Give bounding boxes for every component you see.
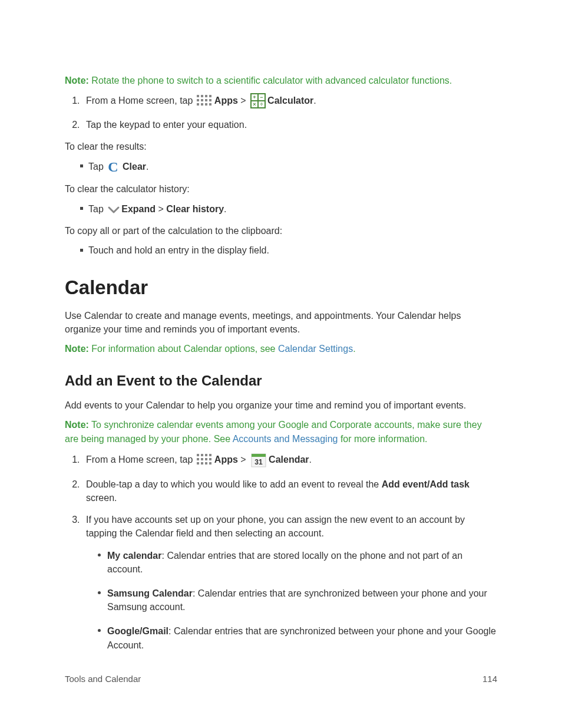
svg-text:−: − [260,94,263,100]
separator: > [156,204,166,214]
add-event-intro: Add events to your Calendar to help you … [65,398,497,412]
apps-grid-icon [196,453,214,466]
period: . [146,162,148,172]
note-text-after: for more information. [338,434,427,444]
note-calendar-info: Note: For information about Calendar opt… [65,342,497,355]
note-text: For information about Calendar options, … [89,344,278,354]
svg-rect-20 [201,454,203,456]
svg-rect-3 [209,95,211,97]
expand-down-icon [107,205,120,214]
clear-c-icon: C [108,160,118,174]
expand-label: Expand [121,204,156,214]
svg-rect-4 [197,99,199,101]
svg-text:×: × [253,101,256,107]
list-item: Tap C Clear. [80,160,497,174]
step-text: Double-tap a day to which you would like… [86,479,382,489]
add-event-steps: From a Home screen, tap Apps > 31Calenda… [65,452,497,652]
add-event-heading: Add an Event to the Calendar [65,371,497,391]
svg-rect-0 [197,95,199,97]
clear-history-list: Tap Expand > Clear history. [65,202,497,216]
note-text: Rotate the phone to switch to a scientif… [89,75,452,85]
apps-grid-icon [196,94,214,107]
calculator-label: Calculator [267,95,313,106]
account-name: Samsung Calendar [107,588,193,598]
note-rotate: Note: Rotate the phone to switch to a sc… [65,74,497,87]
account-name: Google/Gmail [107,626,168,636]
calendar-settings-link[interactable]: Calendar Settings [278,344,353,354]
svg-rect-22 [209,454,211,456]
calendar-heading: Calendar [65,274,497,302]
note-text-after: . [353,344,355,354]
step-text: Tap the keypad to enter your equation. [86,120,247,130]
page-footer: Tools and Calendar 114 [65,673,497,686]
footer-section: Tools and Calendar [65,673,141,686]
period: . [309,454,312,465]
svg-rect-27 [197,462,199,465]
copy-calc-list: Touch and hold an entry in the display f… [65,243,497,257]
svg-rect-26 [209,458,211,460]
add-event-task-label: Add event/Add task [382,479,470,489]
list-item: Touch and hold an entry in the display f… [80,243,497,257]
period: . [313,95,316,106]
bullet-text: Touch and hold an entry in the display f… [88,245,269,255]
clear-results-intro: To clear the results: [65,140,497,153]
note-label: Note: [65,75,89,85]
step-text-suffix: screen. [86,493,117,503]
svg-rect-11 [209,103,211,106]
separator: > [238,454,249,465]
accounts-list: My calendar: Calendar entries that are s… [86,549,497,652]
step-text: From a Home screen, tap [86,95,196,106]
list-item: From a Home screen, tap Apps > 31Calenda… [82,452,497,469]
list-item: Double-tap a day to which you would like… [82,477,497,505]
clear-history-label: Clear history [166,204,224,214]
svg-rect-30 [209,462,211,465]
apps-label: Apps [214,454,238,465]
list-item: My calendar: Calendar entries that are s… [98,549,497,576]
list-item: From a Home screen, tap Apps > +−×÷Calcu… [82,93,497,110]
step-text: From a Home screen, tap [86,454,196,465]
svg-rect-24 [201,458,203,460]
footer-page-number: 114 [482,673,497,686]
tap-text: Tap [88,204,106,214]
svg-rect-19 [197,454,199,456]
copy-calc-intro: To copy all or part of the calculation t… [65,224,497,238]
calculator-steps: From a Home screen, tap Apps > +−×÷Calcu… [65,93,497,131]
calculator-icon: +−×÷ [250,93,266,108]
clear-results-list: Tap C Clear. [65,160,497,174]
svg-rect-32 [252,454,266,457]
list-item: If you have accounts set up on your phon… [82,513,497,652]
list-item: Tap Expand > Clear history. [80,202,497,216]
calendar-label: Calendar [269,454,309,465]
svg-text:31: 31 [254,458,263,466]
svg-text:+: + [253,94,256,100]
calendar-intro: Use Calendar to create and manage events… [65,309,497,336]
svg-rect-5 [201,99,203,101]
svg-rect-1 [201,95,203,97]
step-text: If you have accounts set up on your phon… [86,515,465,538]
svg-rect-9 [201,103,203,106]
note-sync: Note: To synchronize calendar events amo… [65,418,497,445]
calendar-icon: 31 [250,452,267,468]
accounts-messaging-link[interactable]: Accounts and Messaging [233,434,338,444]
list-item: Samsung Calendar: Calendar entries that … [98,587,497,614]
svg-rect-2 [205,95,207,97]
svg-rect-28 [201,462,203,465]
separator: > [238,95,249,106]
svg-rect-10 [205,103,207,106]
note-label: Note: [65,420,89,430]
svg-rect-29 [205,462,207,465]
svg-rect-7 [209,99,211,101]
clear-history-intro: To clear the calculator history: [65,182,497,196]
svg-text:÷: ÷ [260,101,263,107]
apps-label: Apps [214,95,238,106]
list-item: Google/Gmail: Calendar entries that are … [98,624,497,651]
svg-rect-25 [205,458,207,460]
clear-label: Clear [123,162,146,172]
svg-rect-21 [205,454,207,456]
note-label: Note: [65,344,89,354]
list-item: Tap the keypad to enter your equation. [82,118,497,131]
tap-text: Tap [88,162,106,172]
svg-rect-6 [205,99,207,101]
svg-rect-8 [197,103,199,106]
account-name: My calendar [107,551,161,561]
